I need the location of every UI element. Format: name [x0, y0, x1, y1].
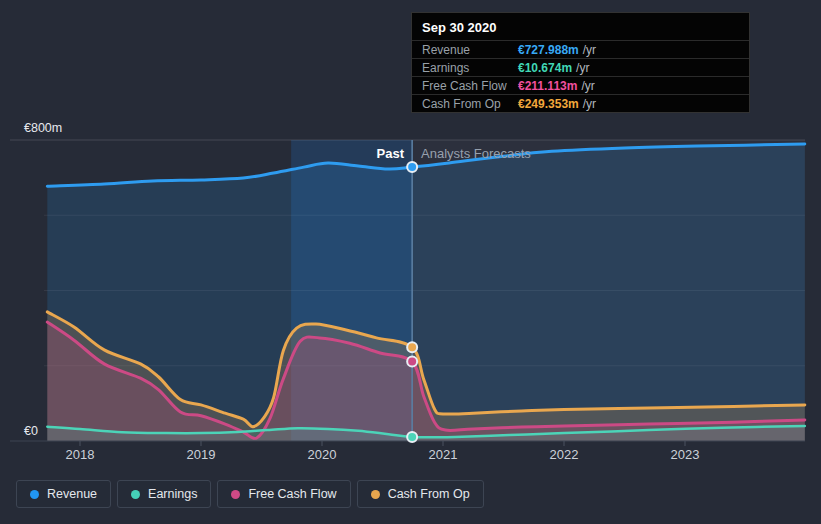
x-tick-label-2018: 2018	[57, 447, 103, 462]
y-axis-label-0: €0	[24, 424, 38, 438]
legend-label: Cash From Op	[388, 487, 470, 501]
tooltip-date: Sep 30 2020	[412, 13, 749, 41]
x-tick-label-2022: 2022	[541, 447, 587, 462]
tooltip-row-label: Earnings	[422, 61, 518, 75]
legend-item-free-cash-flow[interactable]: Free Cash Flow	[217, 480, 350, 508]
tooltip-row-revenue: Revenue€727.988m/yr	[412, 41, 749, 59]
tooltip-row-label: Cash From Op	[422, 97, 518, 111]
chart-legend: RevenueEarningsFree Cash FlowCash From O…	[16, 480, 484, 508]
tooltip-rows: Revenue€727.988m/yrEarnings€10.674m/yrFr…	[412, 41, 749, 112]
legend-label: Free Cash Flow	[248, 487, 336, 501]
tooltip-row-value: €249.353m	[518, 97, 579, 111]
marker-free-cash-flow[interactable]	[407, 357, 417, 367]
tooltip-row-unit: /yr	[576, 61, 589, 75]
tooltip-row-unit: /yr	[583, 97, 596, 111]
x-tick-label-2019: 2019	[178, 447, 224, 462]
tooltip-row-value: €211.113m	[518, 79, 577, 93]
tooltip-row-value: €727.988m	[518, 43, 579, 57]
x-tick-label-2023: 2023	[662, 447, 708, 462]
financials-chart-screen: €800m €0 201820192020202120222023 Past A…	[0, 0, 821, 524]
marker-earnings[interactable]	[407, 432, 417, 442]
tooltip-row-unit: /yr	[581, 79, 594, 93]
tooltip-row-label: Free Cash Flow	[422, 79, 518, 93]
legend-item-revenue[interactable]: Revenue	[16, 480, 111, 508]
legend-dot	[131, 490, 140, 499]
tooltip-row-earnings: Earnings€10.674m/yr	[412, 59, 749, 77]
legend-item-earnings[interactable]: Earnings	[117, 480, 211, 508]
chart-tooltip: Sep 30 2020 Revenue€727.988m/yrEarnings€…	[411, 12, 750, 113]
past-label: Past	[377, 146, 404, 161]
analysts-forecasts-label: Analysts Forecasts	[421, 146, 531, 161]
tooltip-row-label: Revenue	[422, 43, 518, 57]
y-axis-label-800m: €800m	[24, 121, 62, 135]
tooltip-row-free-cash-flow: Free Cash Flow€211.113m/yr	[412, 77, 749, 95]
x-tick-label-2020: 2020	[299, 447, 345, 462]
x-tick-label-2021: 2021	[420, 447, 466, 462]
tooltip-row-unit: /yr	[583, 43, 596, 57]
legend-dot	[231, 490, 240, 499]
marker-revenue[interactable]	[407, 162, 417, 172]
tooltip-row-value: €10.674m	[518, 61, 572, 75]
legend-label: Earnings	[148, 487, 197, 501]
legend-dot	[371, 490, 380, 499]
legend-item-cash-from-op[interactable]: Cash From Op	[357, 480, 484, 508]
legend-dot	[30, 490, 39, 499]
marker-cash-from-op[interactable]	[407, 342, 417, 352]
tooltip-row-cash-from-op: Cash From Op€249.353m/yr	[412, 95, 749, 112]
legend-label: Revenue	[47, 487, 97, 501]
